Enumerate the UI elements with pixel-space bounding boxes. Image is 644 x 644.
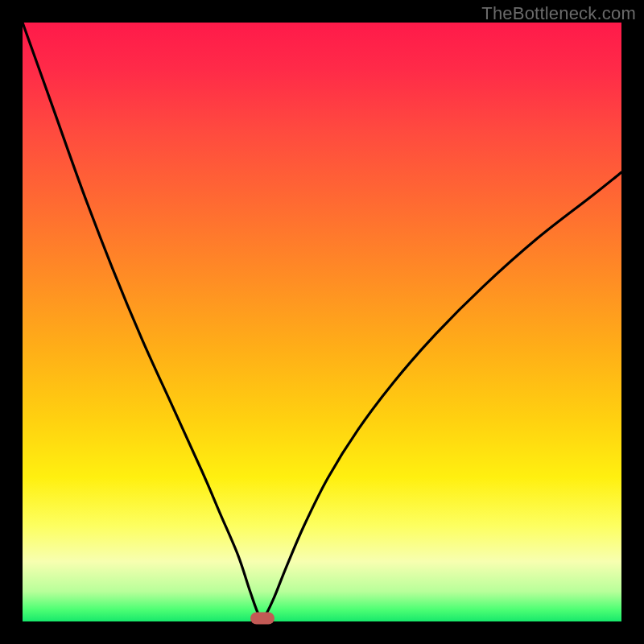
plot-area [23,23,621,621]
watermark-text: TheBottleneck.com [481,3,636,24]
curve-svg [23,23,621,621]
bottleneck-curve [23,23,621,618]
chart-frame: TheBottleneck.com [0,0,644,644]
optimum-marker [250,613,275,625]
